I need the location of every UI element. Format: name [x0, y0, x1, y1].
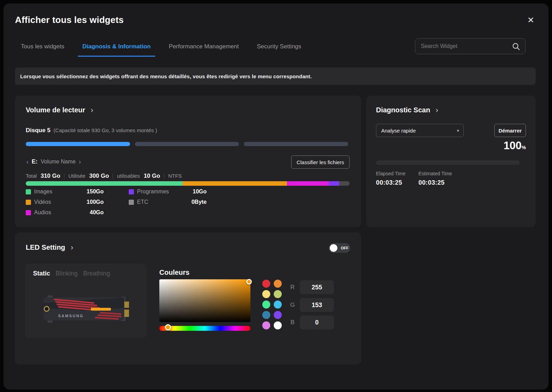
tab-security-settings[interactable]: Security Settings [252, 41, 306, 57]
page-title: Afficher tous les widgets [15, 15, 124, 25]
search-icon[interactable] [512, 42, 520, 51]
swatch-orchid[interactable] [262, 321, 270, 329]
tab-bar: Tous les widgets Diagnosis & Information… [16, 41, 306, 57]
tab-diagnosis-information[interactable]: Diagnosis & Information [78, 41, 155, 57]
color-gradient-picker[interactable] [159, 279, 250, 322]
disk-summary: Disque 5 (Capacité totale 930 Go, 3 volu… [26, 127, 157, 134]
g-value-field[interactable] [300, 298, 334, 312]
volume-bars [26, 142, 348, 146]
led-setting-title: LED Setting [26, 243, 65, 251]
b-value-field[interactable] [300, 315, 334, 329]
rgb-row-r: R [289, 280, 334, 294]
gradient-cursor[interactable] [246, 279, 252, 285]
search-widget-box [415, 38, 526, 54]
drive-volume-title-link[interactable]: Volume de lecteur › [26, 106, 93, 114]
usage-segment-images [26, 181, 183, 186]
info-banner: Lorsque vous sélectionnez des widgets of… [15, 67, 536, 85]
volume-selector: ‹ E: Volume Name › [26, 158, 81, 165]
chevron-left-icon[interactable]: ‹ [26, 159, 29, 165]
usage-segment-programmes [329, 181, 339, 186]
volume-bar-1[interactable] [26, 142, 130, 146]
swatch-yellow[interactable] [262, 290, 270, 298]
scan-progress-unit: % [522, 145, 526, 150]
swatch-yellow-green[interactable] [274, 290, 282, 298]
mode-static[interactable]: Static [33, 270, 50, 277]
swatch-sky-blue[interactable] [274, 301, 282, 309]
classify-files-button[interactable]: Classifier les fichiers [291, 155, 350, 169]
g-label: G [289, 302, 296, 309]
swatch-white[interactable] [274, 321, 282, 329]
info-banner-text: Lorsque vous sélectionnez des widgets of… [20, 73, 312, 79]
led-mode-tabs: Static Blinking Breathing [33, 270, 110, 277]
disk-name: Disque 5 [26, 127, 50, 134]
legend-item-images: Images 150Go [26, 189, 104, 195]
scan-type-dropdown[interactable]: Analyse rapide ▾ [376, 124, 464, 137]
hue-slider[interactable] [159, 326, 250, 331]
legend-value: 150Go [87, 189, 104, 195]
diagnostic-scan-title: Diagnostic Scan [376, 106, 430, 114]
legend-label: ETC [137, 199, 191, 205]
stat-used-value: 300 Go [89, 173, 109, 179]
toggle-state-label: OFF [340, 243, 350, 253]
swatch-steel-blue[interactable] [262, 311, 270, 319]
elapsed-time-label: Elapsed Time [376, 171, 406, 176]
scan-progress-number: 100 [504, 139, 522, 152]
swatch-red[interactable] [262, 280, 270, 288]
legend-value: 40Go [90, 209, 104, 216]
elapsed-time-value: 00:03:25 [376, 179, 402, 186]
estimated-time-value: 00:03:25 [418, 179, 445, 186]
volume-stats: Total 310 Go Utilisée 300 Go utilisables… [26, 173, 182, 179]
legend-item-videos: Vidéos 100Go [26, 199, 104, 205]
legend-label: Audios [34, 209, 90, 216]
usage-segment-videos [183, 181, 287, 186]
volume-bar-3[interactable] [244, 142, 348, 146]
legend-swatch [26, 189, 31, 194]
legend-value: 0Byte [191, 199, 207, 205]
drive-volume-title: Volume de lecteur [26, 106, 85, 114]
hue-cursor[interactable] [165, 324, 171, 330]
tab-all-widgets[interactable]: Tous les widgets [16, 41, 69, 57]
stat-total-value: 310 Go [41, 173, 61, 179]
disk-capacity-info: (Capacité totale 930 Go, 3 volumes monté… [54, 127, 157, 133]
close-icon[interactable]: ✕ [525, 14, 537, 26]
tab-performance-management[interactable]: Performance Management [164, 41, 243, 57]
legend-item-audios: Audios 40Go [26, 209, 104, 216]
led-mode-card: Static Blinking Breathing [25, 264, 146, 338]
start-scan-button[interactable]: Démarrer [494, 124, 526, 137]
led-setting-title-link[interactable]: LED Setting › [26, 243, 73, 251]
chevron-right-icon[interactable]: › [79, 159, 81, 165]
mode-breathing[interactable]: Breathing [83, 270, 110, 277]
diagnostic-scan-widget: Diagnostic Scan › Analyse rapide ▾ Démar… [366, 96, 536, 227]
ssd-image: SAMSUNG [41, 293, 130, 326]
stat-used-label: Utilisée [68, 173, 85, 179]
usage-segment-free [339, 181, 350, 186]
led-toggle[interactable]: OFF [329, 243, 350, 253]
scan-progress-bar [376, 160, 520, 165]
legend-swatch [26, 210, 31, 215]
usage-segment-audios [287, 181, 329, 186]
chevron-right-icon: › [436, 106, 438, 114]
volume-letter: E: [32, 158, 38, 165]
diagnostic-scan-title-link[interactable]: Diagnostic Scan › [376, 106, 438, 114]
toggle-knob [330, 244, 337, 252]
legend-value: 10Go [193, 189, 207, 195]
legend-swatch [26, 200, 31, 205]
divider [113, 174, 113, 178]
r-value-field[interactable] [300, 280, 334, 294]
dropdown-arrow-icon: ▾ [457, 128, 459, 133]
legend-label: Vidéos [34, 199, 87, 205]
b-label: B [289, 319, 296, 326]
colors-title: Couleurs [159, 269, 190, 277]
legend-value: 100Go [87, 199, 104, 205]
volume-bar-2[interactable] [135, 142, 239, 146]
swatch-purple[interactable] [274, 311, 282, 319]
stat-total-label: Total [26, 173, 37, 179]
usage-bar [26, 181, 350, 186]
drive-volume-widget: Volume de lecteur › Disque 5 (Capacité t… [15, 96, 361, 227]
swatch-orange[interactable] [274, 280, 282, 288]
swatch-green[interactable] [262, 301, 270, 309]
search-input[interactable] [421, 39, 508, 54]
legend-item-etc: ETC 0Byte [129, 199, 207, 205]
filesystem-label: NTFS [168, 173, 182, 179]
mode-blinking[interactable]: Blinking [56, 270, 78, 277]
